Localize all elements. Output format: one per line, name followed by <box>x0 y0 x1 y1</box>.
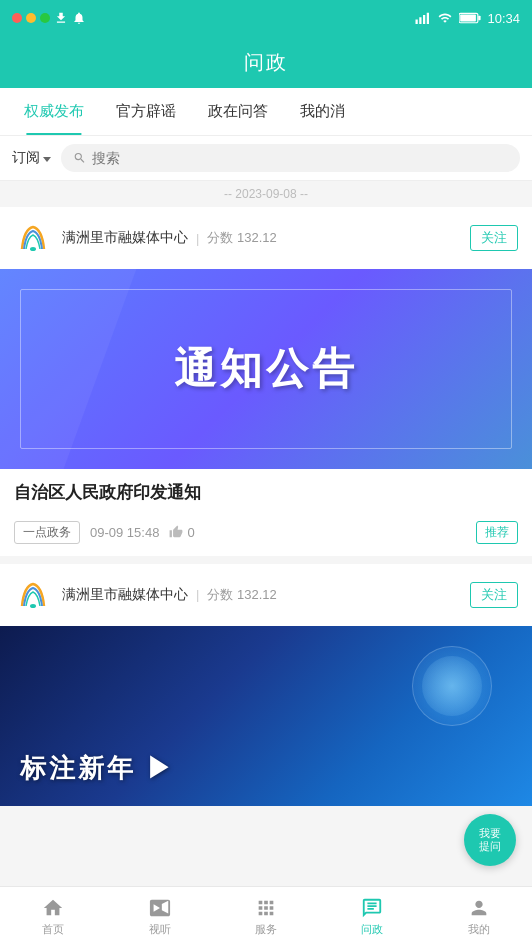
tab-mine[interactable]: 我的消 <box>284 88 361 135</box>
tab-authority[interactable]: 权威发布 <box>8 88 100 135</box>
signal-icon <box>415 12 431 24</box>
svg-rect-5 <box>479 16 481 21</box>
svg-rect-0 <box>416 20 418 25</box>
tab-qa[interactable]: 政在问答 <box>192 88 284 135</box>
article-tag-1[interactable]: 一点政务 <box>14 521 80 544</box>
nav-video[interactable]: 视听 <box>106 887 212 946</box>
article-image-1[interactable]: 通知公告 <box>0 269 532 469</box>
notice-image: 通知公告 <box>0 269 532 469</box>
search-input[interactable] <box>92 150 508 166</box>
news-image-text-wrap: 标注新年 ▶ <box>0 626 532 806</box>
download-icon <box>54 11 68 25</box>
author-name-1: 满洲里市融媒体中心 <box>62 229 188 247</box>
search-bar: 订阅 <box>0 136 532 181</box>
article-meta-1: 一点政务 09-09 15:48 0 推荐 <box>0 513 532 556</box>
nav-mine[interactable]: 我的 <box>426 887 532 946</box>
tab-rumor[interactable]: 官方辟谣 <box>100 88 192 135</box>
nav-home-label: 首页 <box>42 922 64 937</box>
date-divider: -- 2023-09-08 -- <box>0 181 532 207</box>
video-icon <box>149 897 171 919</box>
svg-rect-7 <box>14 219 52 257</box>
article-title-1[interactable]: 自治区人民政府印发通知 <box>0 469 532 513</box>
status-time: 10:34 <box>487 11 520 26</box>
nav-mine-label: 我的 <box>468 922 490 937</box>
like-count-1: 0 <box>187 525 194 540</box>
bottom-nav: 首页 视听 服务 问政 我的 <box>0 886 532 946</box>
battery-icon <box>459 12 481 24</box>
recommend-button-1[interactable]: 推荐 <box>476 521 518 544</box>
dot-red <box>12 13 22 23</box>
services-icon <box>255 897 277 919</box>
home-icon <box>42 897 64 919</box>
article-card-2: 满洲里市融媒体中心 | 分数 132.12 关注 标注新年 ▶ <box>0 564 532 806</box>
nav-video-label: 视听 <box>149 922 171 937</box>
author-logo-2 <box>14 576 52 614</box>
divider-1: | <box>196 231 199 246</box>
author-row-1: 满洲里市融媒体中心 | 分数 132.12 关注 <box>0 207 532 269</box>
page-title: 问政 <box>244 49 288 76</box>
divider-2: | <box>196 587 199 602</box>
author-row-2: 满洲里市融媒体中心 | 分数 132.12 关注 <box>0 564 532 626</box>
author-score-1: 分数 132.12 <box>207 229 276 247</box>
dot-yellow <box>26 13 36 23</box>
follow-button-1[interactable]: 关注 <box>470 225 518 251</box>
notification-icon <box>72 11 86 25</box>
search-input-wrap[interactable] <box>61 144 520 172</box>
float-btn-line2: 提问 <box>479 840 501 853</box>
author-info-1: 满洲里市融媒体中心 | 分数 132.12 <box>62 229 460 247</box>
author-logo-1 <box>14 219 52 257</box>
svg-rect-1 <box>420 17 422 24</box>
status-bar-left <box>12 11 86 25</box>
tab-bar: 权威发布 官方辟谣 政在问答 我的消 <box>0 88 532 136</box>
chevron-down-icon <box>43 157 51 162</box>
svg-rect-2 <box>423 15 425 24</box>
politics-icon <box>361 897 383 919</box>
float-ask-button[interactable]: 我要 提问 <box>464 814 516 866</box>
nav-politics-label: 问政 <box>361 922 383 937</box>
subscribe-label: 订阅 <box>12 149 40 167</box>
dot-green <box>40 13 50 23</box>
svg-rect-3 <box>427 13 429 24</box>
like-area-1[interactable]: 0 <box>169 525 194 540</box>
nav-home[interactable]: 首页 <box>0 887 106 946</box>
nav-politics[interactable]: 问政 <box>319 887 425 946</box>
svg-point-8 <box>30 247 36 251</box>
wifi-icon <box>437 11 453 25</box>
author-name-2: 满洲里市融媒体中心 <box>62 586 188 604</box>
article-image-2[interactable]: 标注新年 ▶ <box>0 626 532 806</box>
svg-rect-6 <box>461 14 477 21</box>
person-icon <box>468 897 490 919</box>
media-center-logo-2 <box>14 576 52 614</box>
search-icon <box>73 151 86 165</box>
news-image-text-2: 标注新年 ▶ <box>20 751 175 786</box>
media-center-logo <box>14 219 52 257</box>
svg-point-10 <box>30 604 36 608</box>
nav-services[interactable]: 服务 <box>213 887 319 946</box>
nav-services-label: 服务 <box>255 922 277 937</box>
author-score-2: 分数 132.12 <box>207 586 276 604</box>
content-area: -- 2023-09-08 -- 满洲里市融媒体中心 | 分数 132.12 关… <box>0 181 532 874</box>
news-image-2: 标注新年 ▶ <box>0 626 532 806</box>
status-bar-right: 10:34 <box>415 11 520 26</box>
date-divider-text: -- 2023-09-08 -- <box>224 187 308 201</box>
article-time-1: 09-09 15:48 <box>90 525 159 540</box>
subscribe-button[interactable]: 订阅 <box>12 149 51 167</box>
notice-image-text: 通知公告 <box>174 341 358 397</box>
svg-rect-9 <box>14 576 52 614</box>
author-info-2: 满洲里市融媒体中心 | 分数 132.12 <box>62 586 460 604</box>
float-btn-line1: 我要 <box>479 827 501 840</box>
follow-button-2[interactable]: 关注 <box>470 582 518 608</box>
status-bar: 10:34 <box>0 0 532 36</box>
thumbs-up-icon <box>169 525 183 539</box>
app-header: 问政 <box>0 36 532 88</box>
article-card-1: 满洲里市融媒体中心 | 分数 132.12 关注 通知公告 自治区人民政府印发通… <box>0 207 532 556</box>
